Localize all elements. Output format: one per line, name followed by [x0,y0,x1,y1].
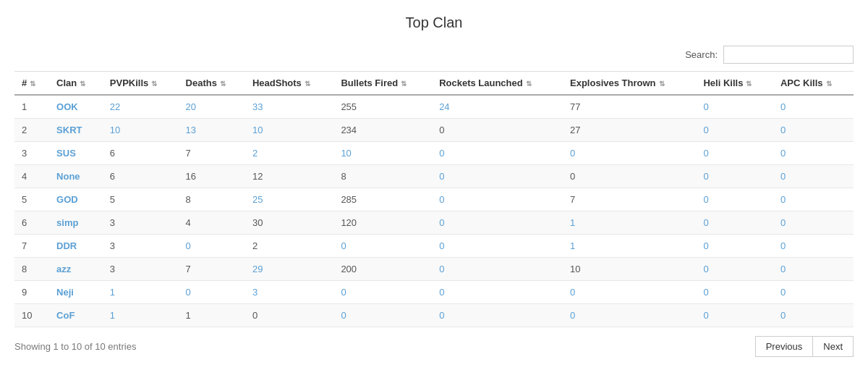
sort-icon-rank[interactable]: ⇅ [30,80,35,88]
cell-apc_kills: 0 [773,119,854,142]
col-header-pvpkills[interactable]: PVPKills⇅ [103,72,179,96]
cell-explosives_thrown: 1 [563,211,696,235]
cell-bullets_fired: 0 [333,304,432,327]
table-row: 6simp34301200100 [14,211,854,235]
cell-apc_kills: 0 [773,142,854,165]
cell-deaths: 0 [179,235,245,258]
cell-heli_kills: 0 [696,188,773,211]
cell-deaths: 7 [179,142,245,165]
cell-rockets_launched: 0 [432,119,563,142]
cell-clan: DDR [49,235,103,258]
cell-bullets_fired: 120 [333,211,432,235]
cell-bullets_fired: 8 [333,165,432,188]
showing-text: Showing 1 to 10 of 10 entries [14,341,136,352]
cell-clan: None [49,165,103,188]
cell-clan: GOD [49,188,103,211]
cell-heli_kills: 0 [696,211,773,235]
cell-pvpkills: 1 [103,281,179,304]
cell-explosives_thrown: 0 [563,281,696,304]
cell-deaths: 8 [179,188,245,211]
col-header-clan[interactable]: Clan⇅ [49,72,103,96]
cell-heli_kills: 0 [696,304,773,327]
cell-rank: 6 [14,211,49,235]
cell-explosives_thrown: 7 [563,188,696,211]
cell-rockets_launched: 0 [432,235,563,258]
table-row: 9Neji10300000 [14,281,854,304]
cell-apc_kills: 0 [773,188,854,211]
cell-headshots: 12 [245,165,333,188]
cell-pvpkills: 10 [103,119,179,142]
col-header-explosives_thrown[interactable]: Explosives Thrown⇅ [563,72,696,96]
cell-clan: CoF [49,304,103,327]
search-input[interactable] [723,46,854,64]
cell-explosives_thrown: 0 [563,142,696,165]
table-row: 4None6161280000 [14,165,854,188]
cell-heli_kills: 0 [696,165,773,188]
table-row: 1OOK222033255247700 [14,95,854,119]
cell-apc_kills: 0 [773,211,854,235]
col-header-headshots[interactable]: HeadShots⇅ [245,72,333,96]
col-header-bullets_fired[interactable]: Bullets Fired⇅ [333,72,432,96]
cell-heli_kills: 0 [696,95,773,119]
sort-icon-clan[interactable]: ⇅ [80,80,85,88]
cell-headshots: 2 [245,142,333,165]
cell-headshots: 10 [245,119,333,142]
cell-clan: Neji [49,281,103,304]
cell-deaths: 20 [179,95,245,119]
cell-bullets_fired: 234 [333,119,432,142]
cell-heli_kills: 0 [696,258,773,281]
sort-icon-pvpkills[interactable]: ⇅ [151,80,157,88]
sort-icon-explosives_thrown[interactable]: ⇅ [659,80,665,88]
col-header-rank[interactable]: #⇅ [14,72,49,96]
next-button[interactable]: Next [812,336,854,357]
cell-pvpkills: 3 [103,211,179,235]
cell-heli_kills: 0 [696,142,773,165]
cell-headshots: 29 [245,258,333,281]
sort-icon-deaths[interactable]: ⇅ [220,80,226,88]
cell-apc_kills: 0 [773,95,854,119]
cell-apc_kills: 0 [773,304,854,327]
cell-apc_kills: 0 [773,235,854,258]
cell-headshots: 2 [245,235,333,258]
cell-apc_kills: 0 [773,258,854,281]
sort-icon-bullets_fired[interactable]: ⇅ [401,80,407,88]
col-header-deaths[interactable]: Deaths⇅ [179,72,245,96]
cell-pvpkills: 3 [103,258,179,281]
sort-icon-heli_kills[interactable]: ⇅ [746,80,752,88]
cell-explosives_thrown: 1 [563,235,696,258]
table-row: 3SUS672100000 [14,142,854,165]
table-footer: Showing 1 to 10 of 10 entries Previous N… [14,336,854,357]
cell-clan: azz [49,258,103,281]
cell-headshots: 30 [245,211,333,235]
cell-pvpkills: 6 [103,165,179,188]
cell-heli_kills: 0 [696,235,773,258]
cell-rockets_launched: 0 [432,258,563,281]
cell-rockets_launched: 0 [432,165,563,188]
cell-rockets_launched: 0 [432,281,563,304]
search-label: Search: [685,49,718,60]
cell-pvpkills: 22 [103,95,179,119]
cell-rank: 1 [14,95,49,119]
col-header-apc_kills[interactable]: APC Kills⇅ [773,72,854,96]
cell-headshots: 3 [245,281,333,304]
page-title: Top Clan [14,14,854,31]
search-bar: Search: [14,46,854,64]
cell-rank: 7 [14,235,49,258]
cell-rank: 10 [14,304,49,327]
previous-button[interactable]: Previous [755,336,813,357]
cell-apc_kills: 0 [773,281,854,304]
cell-bullets_fired: 200 [333,258,432,281]
cell-explosives_thrown: 27 [563,119,696,142]
sort-icon-headshots[interactable]: ⇅ [305,80,310,88]
col-header-rockets_launched[interactable]: Rockets Launched⇅ [432,72,563,96]
clan-table: #⇅Clan⇅PVPKills⇅Deaths⇅HeadShots⇅Bullets… [14,71,854,327]
cell-pvpkills: 3 [103,235,179,258]
cell-rockets_launched: 0 [432,188,563,211]
sort-icon-apc_kills[interactable]: ⇅ [826,80,832,88]
cell-explosives_thrown: 0 [563,165,696,188]
cell-pvpkills: 6 [103,142,179,165]
sort-icon-rockets_launched[interactable]: ⇅ [526,80,532,88]
col-header-heli_kills[interactable]: Heli Kills⇅ [696,72,773,96]
cell-clan: SKRT [49,119,103,142]
table-row: 10CoF11000000 [14,304,854,327]
